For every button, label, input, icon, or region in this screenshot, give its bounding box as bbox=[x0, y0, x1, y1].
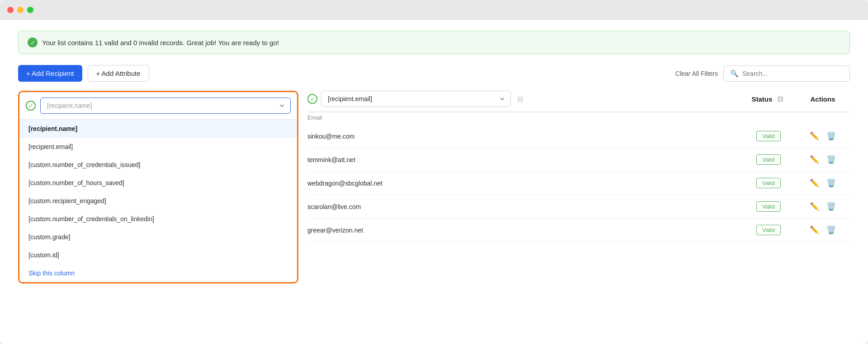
dropdown-item-recipient-email[interactable]: [recipient.email] bbox=[19, 138, 297, 156]
first-column-select[interactable]: [recipient.name] [recipient.email] bbox=[40, 98, 291, 114]
edit-icon[interactable]: ✏️ bbox=[810, 131, 819, 141]
status-col-header: Status ⊟ bbox=[741, 95, 796, 103]
dropdown-item-credentials-issued[interactable]: [custom.number_of_credentials_issued] bbox=[19, 156, 297, 174]
email-cell: scarolan@live.com bbox=[307, 203, 741, 210]
success-text: Your list contains 11 valid and 0 invali… bbox=[42, 39, 279, 46]
email-filter-icon[interactable]: ⊟ bbox=[517, 95, 523, 103]
success-icon: ✓ bbox=[28, 37, 38, 47]
email-cell: sinkou@me.com bbox=[307, 133, 741, 140]
status-cell: Valid bbox=[741, 201, 796, 212]
add-recipient-button[interactable]: + Add Recipient bbox=[18, 65, 82, 82]
edit-icon[interactable]: ✏️ bbox=[810, 155, 819, 164]
status-filter-icon[interactable]: ⊟ bbox=[777, 95, 783, 103]
skip-column-link[interactable]: Skip this column bbox=[19, 264, 297, 282]
status-badge: Valid bbox=[756, 154, 781, 165]
actions-cell: ✏️ 🗑️ bbox=[796, 131, 850, 141]
toolbar-right: Clear All Filters 🔍 bbox=[675, 65, 850, 82]
table-row: temmink@att.net Valid ✏️ 🗑️ bbox=[307, 148, 850, 172]
dropdown-item-id[interactable]: [custom.id] bbox=[19, 246, 297, 264]
first-column-header: ✓ [recipient.name] [recipient.email] bbox=[19, 92, 297, 120]
delete-icon[interactable]: 🗑️ bbox=[826, 155, 836, 164]
status-cell: Valid bbox=[741, 178, 796, 188]
status-cell: Valid bbox=[741, 131, 796, 141]
email-column-select[interactable]: [recipient.email] bbox=[321, 91, 511, 107]
success-banner: ✓ Your list contains 11 valid and 0 inva… bbox=[18, 31, 850, 54]
edit-icon[interactable]: ✏️ bbox=[810, 202, 819, 211]
search-input[interactable] bbox=[742, 70, 843, 77]
email-cell: greear@verizon.net bbox=[307, 227, 741, 234]
clear-filters-button[interactable]: Clear All Filters bbox=[675, 70, 718, 77]
edit-icon[interactable]: ✏️ bbox=[810, 225, 819, 235]
status-badge: Valid bbox=[756, 178, 781, 188]
dropdown-item-hours-saved[interactable]: [custom.number_of_hours_saved] bbox=[19, 174, 297, 192]
main-content: ✓ Your list contains 11 valid and 0 inva… bbox=[0, 20, 868, 344]
status-cell: Valid bbox=[741, 225, 796, 235]
right-table: ✓ [recipient.email] ⊟ Status ⊟ Actions E… bbox=[307, 91, 850, 284]
dropdown-item-recipient-engaged[interactable]: [custom.recipient_engaged] bbox=[19, 192, 297, 210]
actions-cell: ✏️ 🗑️ bbox=[796, 225, 850, 235]
table-area: ✓ [recipient.name] [recipient.email] [re… bbox=[18, 91, 850, 284]
dropdown-item-grade[interactable]: [custom.grade] bbox=[19, 228, 297, 246]
email-col-header: ✓ [recipient.email] ⊟ bbox=[307, 91, 741, 107]
dropdown-item-credentials-linkedin[interactable]: [custom.number_of_credentials_on_linkedi… bbox=[19, 210, 297, 228]
status-cell: Valid bbox=[741, 154, 796, 165]
email-col-label: Email bbox=[307, 112, 850, 125]
email-cell: webdragon@sbcglobal.net bbox=[307, 180, 741, 187]
check-icon: ✓ bbox=[26, 101, 36, 111]
app-window: ✓ Your list contains 11 valid and 0 inva… bbox=[0, 0, 868, 344]
delete-icon[interactable]: 🗑️ bbox=[826, 131, 836, 141]
table-row: greear@verizon.net Valid ✏️ 🗑️ bbox=[307, 218, 850, 242]
status-badge: Valid bbox=[756, 201, 781, 212]
actions-cell: ✏️ 🗑️ bbox=[796, 202, 850, 211]
actions-cell: ✏️ 🗑️ bbox=[796, 178, 850, 188]
email-cell: temmink@att.net bbox=[307, 156, 741, 163]
delete-icon[interactable]: 🗑️ bbox=[826, 202, 836, 211]
search-icon: 🔍 bbox=[730, 70, 739, 78]
title-bar bbox=[0, 0, 868, 20]
delete-icon[interactable]: 🗑️ bbox=[826, 225, 836, 235]
toolbar: + Add Recipient + Add Attribute Clear Al… bbox=[18, 65, 850, 82]
delete-icon[interactable]: 🗑️ bbox=[826, 178, 836, 188]
table-row: webdragon@sbcglobal.net Valid ✏️ 🗑️ bbox=[307, 172, 850, 195]
dropdown-menu: [recipient.name] [recipient.email] [cust… bbox=[19, 120, 297, 282]
email-check-icon: ✓ bbox=[307, 94, 317, 104]
actions-cell: ✏️ 🗑️ bbox=[796, 155, 850, 164]
table-header-row: ✓ [recipient.email] ⊟ Status ⊟ Actions bbox=[307, 91, 850, 112]
search-box: 🔍 bbox=[723, 65, 850, 82]
maximize-button[interactable] bbox=[27, 7, 33, 13]
status-badge: Valid bbox=[756, 225, 781, 235]
actions-col-header: Actions bbox=[796, 95, 850, 103]
edit-icon[interactable]: ✏️ bbox=[810, 178, 819, 188]
dropdown-item-recipient-name[interactable]: [recipient.name] bbox=[19, 120, 297, 138]
status-badge: Valid bbox=[756, 131, 781, 141]
table-row: sinkou@me.com Valid ✏️ 🗑️ bbox=[307, 125, 850, 148]
first-column-wrapper: ✓ [recipient.name] [recipient.email] [re… bbox=[18, 91, 298, 284]
minimize-button[interactable] bbox=[17, 7, 24, 13]
table-row: scarolan@live.com Valid ✏️ 🗑️ bbox=[307, 195, 850, 218]
close-button[interactable] bbox=[7, 7, 14, 13]
add-attribute-button[interactable]: + Add Attribute bbox=[88, 65, 149, 82]
